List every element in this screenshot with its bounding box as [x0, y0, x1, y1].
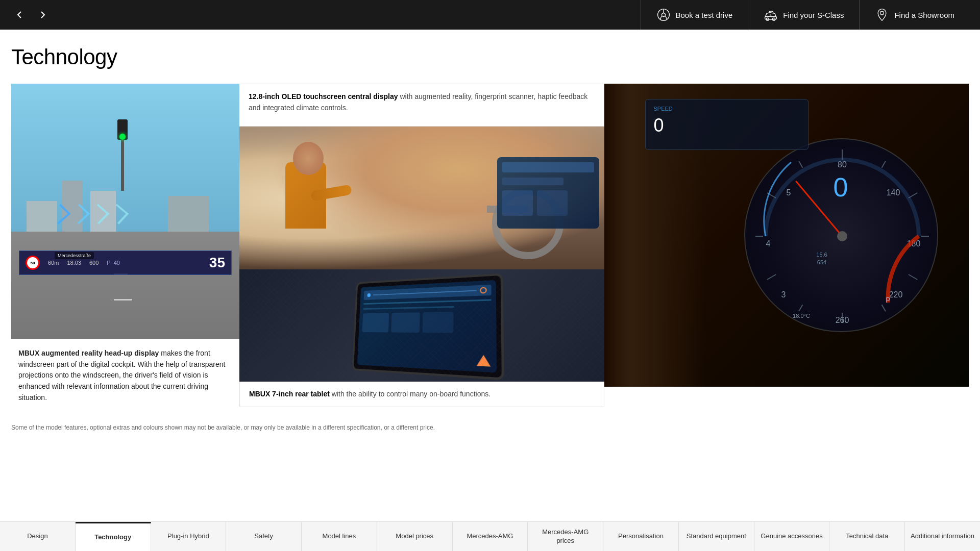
header: Book a test drive S Find your S-Class [0, 0, 980, 30]
nav-additional-information[interactable]: Additional information [905, 522, 980, 551]
svg-line-3 [660, 16, 662, 19]
left-section: 50 60m 18:03 600 P 40 35 Mercedesstraße [11, 84, 239, 412]
nav-mercedes-amg-prices[interactable]: Mercedes-AMG prices [528, 522, 603, 551]
svg-line-18 [767, 274, 776, 280]
nav-design[interactable]: Design [0, 522, 76, 551]
disclaimer: Some of the model features, optional ext… [11, 417, 969, 442]
svg-line-17 [799, 305, 803, 311]
svg-text:3: 3 [781, 290, 786, 299]
svg-line-21 [799, 161, 803, 168]
page-title: Technology [11, 45, 969, 69]
svg-text:220: 220 [889, 290, 903, 299]
dashboard-image: 0 [604, 84, 969, 387]
svg-line-14 [909, 274, 917, 280]
find-s-class-label: Find your S-Class [783, 11, 844, 19]
driver-visual [239, 127, 604, 269]
nav-model-prices[interactable]: Model prices [377, 522, 453, 551]
nav-standard-equipment[interactable]: Standard equipment [679, 522, 754, 551]
right-section: 0 [604, 84, 969, 412]
find-showroom-label: Find a Showroom [894, 11, 954, 19]
tablet-visual [239, 269, 604, 382]
svg-text:4: 4 [766, 239, 771, 248]
nav-personalisation[interactable]: Personalisation [603, 522, 679, 551]
svg-text:15.6: 15.6 [816, 252, 827, 258]
hud-overlay: 50 60m 18:03 600 P 40 35 Mercedesstraße [11, 84, 239, 339]
prev-button[interactable] [10, 6, 29, 24]
bottom-navigation: Design Technology Plug-in Hybrid Safety … [0, 521, 980, 551]
svg-text:P: P [886, 296, 890, 304]
book-test-drive-label: Book a test drive [676, 11, 733, 19]
find-s-class-link[interactable]: S Find your S-Class [748, 0, 859, 30]
svg-line-11 [882, 161, 886, 168]
nav-genuine-accessories[interactable]: Genuine accessories [754, 522, 830, 551]
nav-model-lines[interactable]: Model lines [302, 522, 377, 551]
tablet-image [239, 269, 604, 382]
nav-technology[interactable]: Technology [76, 522, 151, 551]
svg-text:140: 140 [887, 188, 900, 197]
location-icon [875, 8, 889, 22]
nav-mercedes-amg[interactable]: Mercedes-AMG [453, 522, 528, 551]
steering-wheel-icon [656, 8, 671, 22]
car-icon: S [764, 8, 778, 22]
dashboard-visual: 0 [604, 84, 969, 387]
driver-image [239, 127, 604, 269]
svg-text:S: S [770, 13, 772, 16]
next-button[interactable] [34, 6, 52, 24]
svg-point-9 [880, 11, 884, 15]
svg-text:654: 654 [817, 259, 826, 265]
nav-plugin-hybrid[interactable]: Plug-in Hybrid [151, 522, 227, 551]
book-test-drive-link[interactable]: Book a test drive [641, 0, 748, 30]
middle-section: MBUX 7-inch rear tablet with the ability… [239, 127, 604, 413]
left-caption: MBUX augmented reality head-up display m… [11, 339, 239, 412]
main-content: Technology [0, 30, 980, 453]
nav-arrows [10, 6, 52, 24]
svg-text:5: 5 [787, 188, 791, 197]
svg-line-4 [665, 16, 667, 19]
svg-text:260: 260 [836, 316, 849, 324]
header-actions: Book a test drive S Find your S-Class [641, 0, 970, 30]
image-grid: 50 60m 18:03 600 P 40 35 Mercedesstraße [11, 84, 969, 412]
svg-point-1 [662, 13, 665, 17]
svg-text:18.0°C: 18.0°C [793, 313, 810, 319]
find-showroom-link[interactable]: Find a Showroom [859, 0, 970, 30]
top-left-text: 12.8-inch OLED touchscreen central displ… [239, 84, 604, 127]
hud-image: 50 60m 18:03 600 P 40 35 Mercedesstraße [11, 84, 239, 339]
svg-point-31 [837, 231, 847, 241]
svg-line-30 [796, 182, 842, 236]
nav-technical-data[interactable]: Technical data [829, 522, 905, 551]
nav-safety[interactable]: Safety [226, 522, 302, 551]
svg-line-15 [882, 305, 886, 311]
bottom-caption: MBUX 7-inch rear tablet with the ability… [239, 382, 604, 408]
